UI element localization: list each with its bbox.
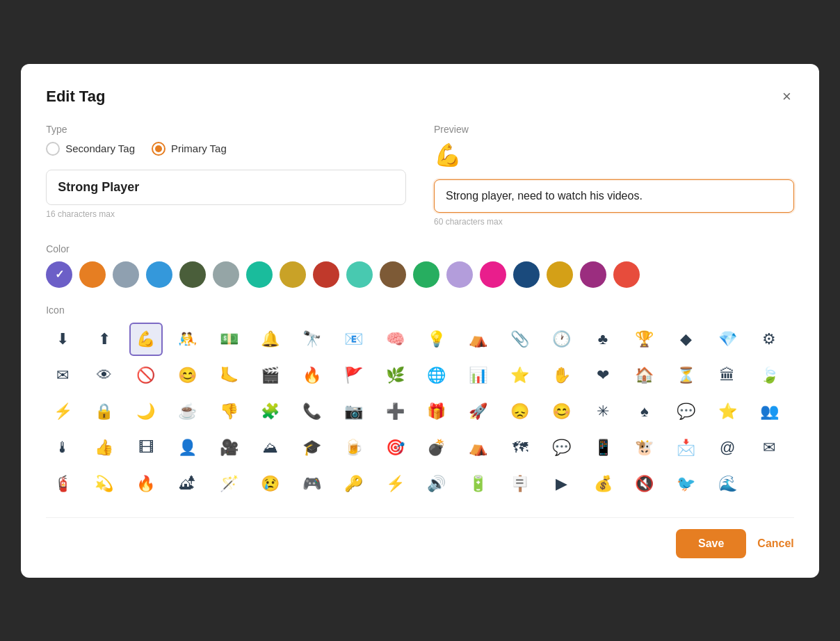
color-swatch-16[interactable] [580, 261, 606, 288]
icon-cell-82[interactable]: 🔋 [462, 467, 495, 501]
icon-cell-65[interactable]: 🗺 [503, 431, 537, 464]
color-swatch-9[interactable] [346, 261, 373, 288]
color-swatch-17[interactable] [613, 261, 640, 288]
color-swatch-13[interactable] [480, 261, 506, 288]
icon-cell-51[interactable]: 💬 [670, 395, 703, 428]
icon-cell-52[interactable]: ⭐ [711, 395, 744, 428]
icon-cell-78[interactable]: 🎮 [296, 467, 329, 501]
icon-cell-75[interactable]: 🏕 [170, 467, 204, 501]
icon-cell-67[interactable]: 📱 [586, 431, 620, 464]
icon-cell-80[interactable]: ⚡ [378, 467, 412, 501]
icon-cell-73[interactable]: 💫 [88, 467, 121, 501]
color-swatch-1[interactable] [79, 261, 106, 288]
icon-cell-62[interactable]: 🎯 [378, 431, 412, 464]
icon-cell-59[interactable]: ⛰ [254, 431, 287, 464]
icon-cell-57[interactable]: 👤 [170, 431, 204, 464]
icon-cell-4[interactable]: 💵 [212, 323, 245, 356]
icon-cell-43[interactable]: 📷 [337, 395, 370, 428]
icon-cell-29[interactable]: ⭐ [503, 359, 537, 392]
icon-cell-76[interactable]: 🪄 [212, 467, 245, 501]
icon-cell-49[interactable]: ✳ [586, 395, 620, 428]
icon-cell-31[interactable]: ❤ [586, 359, 620, 392]
icon-cell-68[interactable]: 🐮 [628, 431, 661, 464]
icon-cell-10[interactable]: ⛺ [462, 323, 495, 356]
icon-cell-86[interactable]: 🔇 [628, 467, 661, 501]
icon-cell-88[interactable]: 🌊 [711, 467, 744, 501]
icon-cell-84[interactable]: ▶ [544, 467, 578, 501]
icon-cell-33[interactable]: ⏳ [670, 359, 703, 392]
icon-cell-26[interactable]: 🌿 [378, 359, 412, 392]
icon-cell-48[interactable]: 😊 [544, 395, 578, 428]
color-swatch-3[interactable] [146, 261, 172, 288]
tag-name-input[interactable] [46, 170, 406, 205]
icon-cell-14[interactable]: 🏆 [628, 323, 661, 356]
color-swatch-4[interactable] [179, 261, 206, 288]
icon-cell-7[interactable]: 📧 [337, 323, 370, 356]
icon-cell-32[interactable]: 🏠 [628, 359, 661, 392]
color-swatch-0[interactable] [46, 261, 72, 288]
icon-cell-35[interactable]: 🍃 [752, 359, 786, 392]
icon-cell-24[interactable]: 🔥 [296, 359, 329, 392]
color-swatch-10[interactable] [380, 261, 406, 288]
icon-cell-16[interactable]: 💎 [711, 323, 744, 356]
icon-cell-74[interactable]: 🔥 [129, 467, 163, 501]
icon-cell-81[interactable]: 🔊 [420, 467, 453, 501]
tag-description-input[interactable] [434, 179, 794, 213]
icon-cell-18[interactable]: ✉ [46, 359, 79, 392]
icon-cell-21[interactable]: 😊 [170, 359, 204, 392]
icon-cell-34[interactable]: 🏛 [711, 359, 744, 392]
icon-cell-44[interactable]: ➕ [378, 395, 412, 428]
primary-tag-option[interactable]: Primary Tag [152, 142, 227, 156]
icon-cell-47[interactable]: 😞 [503, 395, 537, 428]
icon-cell-83[interactable]: 🪧 [503, 467, 537, 501]
icon-cell-70[interactable]: @ [711, 431, 744, 464]
icon-cell-55[interactable]: 👍 [88, 431, 121, 464]
cancel-button[interactable]: Cancel [757, 537, 793, 550]
color-swatch-7[interactable] [280, 261, 306, 288]
icon-cell-37[interactable]: 🔒 [88, 395, 121, 428]
icon-cell-64[interactable]: ⛺ [462, 431, 495, 464]
color-swatch-11[interactable] [413, 261, 439, 288]
icon-cell-79[interactable]: 🔑 [337, 467, 370, 501]
icon-cell-22[interactable]: 🦶 [212, 359, 245, 392]
icon-cell-60[interactable]: 🎓 [296, 431, 329, 464]
icon-cell-45[interactable]: 🎁 [420, 395, 453, 428]
icon-cell-54[interactable]: 🌡 [46, 431, 79, 464]
icon-cell-9[interactable]: 💡 [420, 323, 453, 356]
icon-cell-5[interactable]: 🔔 [254, 323, 287, 356]
icon-cell-1[interactable]: ⬆ [88, 323, 121, 356]
icon-cell-39[interactable]: ☕ [170, 395, 204, 428]
icon-cell-17[interactable]: ⚙ [752, 323, 786, 356]
icon-cell-23[interactable]: 🎬 [254, 359, 287, 392]
icon-cell-58[interactable]: 🎥 [212, 431, 245, 464]
color-swatch-5[interactable] [213, 261, 239, 288]
icon-cell-71[interactable]: ✉ [752, 431, 786, 464]
icon-cell-38[interactable]: 🌙 [129, 395, 163, 428]
icon-cell-41[interactable]: 🧩 [254, 395, 287, 428]
icon-cell-11[interactable]: 📎 [503, 323, 537, 356]
icon-cell-85[interactable]: 💰 [586, 467, 620, 501]
icon-cell-27[interactable]: 🌐 [420, 359, 453, 392]
color-swatch-8[interactable] [313, 261, 339, 288]
icon-cell-19[interactable]: 👁 [88, 359, 121, 392]
icon-cell-3[interactable]: 🤼 [170, 323, 204, 356]
icon-cell-63[interactable]: 💣 [420, 431, 453, 464]
icon-cell-42[interactable]: 📞 [296, 395, 329, 428]
close-button[interactable]: × [780, 86, 794, 107]
icon-cell-53[interactable]: 👥 [752, 395, 786, 428]
icon-cell-50[interactable]: ♠ [628, 395, 661, 428]
color-swatch-14[interactable] [513, 261, 540, 288]
icon-cell-40[interactable]: 👎 [212, 395, 245, 428]
icon-cell-2[interactable]: 💪 [129, 323, 163, 356]
icon-cell-61[interactable]: 🍺 [337, 431, 370, 464]
icon-cell-25[interactable]: 🚩 [337, 359, 370, 392]
icon-cell-8[interactable]: 🧠 [378, 323, 412, 356]
color-swatch-6[interactable] [246, 261, 273, 288]
color-swatch-12[interactable] [446, 261, 473, 288]
color-swatch-15[interactable] [547, 261, 573, 288]
icon-cell-77[interactable]: 😢 [254, 467, 287, 501]
icon-cell-6[interactable]: 🔭 [296, 323, 329, 356]
icon-cell-46[interactable]: 🚀 [462, 395, 495, 428]
icon-cell-15[interactable]: ◆ [670, 323, 703, 356]
icon-cell-66[interactable]: 💬 [544, 431, 578, 464]
